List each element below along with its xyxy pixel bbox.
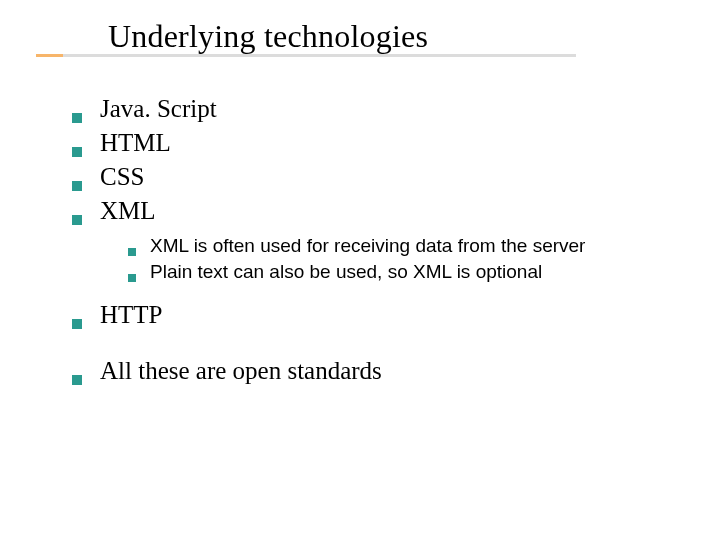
list-item-label: XML is often used for receiving data fro…	[150, 235, 585, 257]
slide-title-area: Underlying technologies	[0, 0, 720, 55]
list-item-label: CSS	[100, 163, 144, 191]
square-bullet-icon	[72, 113, 82, 123]
slide-body: Java. Script HTML CSS XML XML is often u…	[0, 55, 720, 385]
list-item-label: HTML	[100, 129, 171, 157]
square-bullet-icon	[72, 147, 82, 157]
list-item: Plain text can also be used, so XML is o…	[128, 261, 680, 283]
list-item: CSS	[72, 163, 680, 191]
list-item: HTML	[72, 129, 680, 157]
list-item-label: HTTP	[100, 301, 163, 329]
list-item: All these are open standards	[72, 357, 680, 385]
list-item: XML is often used for receiving data fro…	[128, 235, 680, 257]
square-bullet-icon	[128, 248, 136, 256]
sub-list: XML is often used for receiving data fro…	[128, 235, 680, 283]
list-item-label: XML	[100, 197, 156, 225]
slide-title: Underlying technologies	[108, 18, 720, 55]
list-item-label: Plain text can also be used, so XML is o…	[150, 261, 542, 283]
square-bullet-icon	[72, 375, 82, 385]
square-bullet-icon	[72, 181, 82, 191]
list-item: XML	[72, 197, 680, 225]
list-item-label: All these are open standards	[100, 357, 382, 385]
square-bullet-icon	[128, 274, 136, 282]
square-bullet-icon	[72, 319, 82, 329]
title-underline	[36, 54, 576, 57]
list-item: HTTP	[72, 301, 680, 329]
list-item: Java. Script	[72, 95, 680, 123]
list-item-label: Java. Script	[100, 95, 217, 123]
square-bullet-icon	[72, 215, 82, 225]
